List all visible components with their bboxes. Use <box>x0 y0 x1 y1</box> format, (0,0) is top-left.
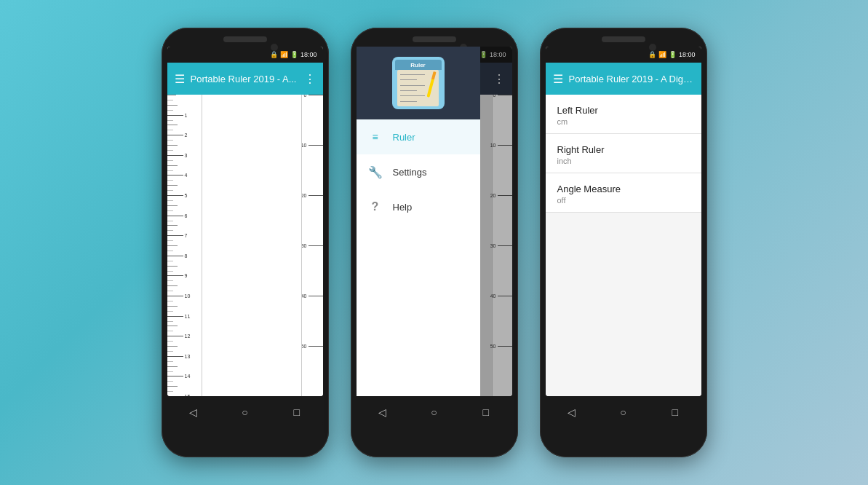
app-icon-label: Ruler <box>395 60 442 70</box>
more-icon[interactable]: ⋮ <box>304 72 316 86</box>
app-bar-1: ☰ Portable Ruler 2019 - A... ⋮ <box>167 63 323 95</box>
phone-2: 🔒 📶 🔋 18:00 ⋮ 01020304050 Ruler <box>351 28 518 457</box>
right-ruler-value: inch <box>557 157 690 165</box>
lock-icon: 🔒 <box>270 51 278 58</box>
phone-speaker-2 <box>413 36 456 42</box>
drawer-item-settings[interactable]: 🔧 Settings <box>357 154 480 189</box>
back-button-3[interactable]: ◁ <box>563 404 579 420</box>
time-3: 18:00 <box>679 51 696 58</box>
side-drawer: Ruler <box>357 47 480 396</box>
drawer-item-help[interactable]: ? Help <box>357 189 480 224</box>
ruler-nav-label: Ruler <box>393 132 415 143</box>
left-ruler-label: Left Ruler <box>557 105 690 116</box>
app-bar-3: ☰ Portable Ruler 2019 - A Digita... <box>546 63 701 95</box>
battery-icon: 🔋 <box>290 51 298 58</box>
phone-camera <box>271 44 278 51</box>
home-button[interactable]: ○ <box>236 404 252 420</box>
signal-icon-3: 📶 <box>658 51 666 58</box>
phone-3-screen: 🔒 📶 🔋 18:00 ☰ Portable Ruler 2019 - A Di… <box>546 47 701 396</box>
recent-button-2[interactable]: □ <box>478 404 494 420</box>
time: 18:00 <box>300 51 317 58</box>
back-button-2[interactable]: ◁ <box>374 404 390 420</box>
help-nav-icon: ? <box>368 200 383 214</box>
lock-icon-3: 🔒 <box>648 51 656 58</box>
app-title-1: Portable Ruler 2019 - A... <box>191 74 298 84</box>
status-bar: 🔒 📶 🔋 18:00 <box>167 47 323 63</box>
app-icon: Ruler <box>392 57 445 109</box>
angle-value: off <box>557 196 690 205</box>
help-nav-label: Help <box>393 202 413 213</box>
status-bar-3: 🔒 📶 🔋 18:00 <box>546 47 701 63</box>
nav-bar-2: ◁ ○ □ <box>357 399 512 425</box>
phone-speaker <box>223 36 267 42</box>
ruler-middle <box>202 95 301 396</box>
home-button-3[interactable]: ○ <box>615 404 631 420</box>
right-ruler-label: Right Ruler <box>557 144 690 155</box>
phone-1: 🔒 📶 🔋 18:00 ☰ Portable Ruler 2019 - A...… <box>162 28 329 457</box>
angle-label: Angle Measure <box>557 184 690 194</box>
settings-list: Left Ruler cm Right Ruler inch Angle Mea… <box>546 95 701 396</box>
back-button[interactable]: ◁ <box>185 404 201 420</box>
ruler-content: 123456789101112131415 01020304050 <box>167 95 323 396</box>
nav-bar-1: ◁ ○ □ <box>167 399 323 425</box>
phone-camera-3 <box>649 44 656 51</box>
recent-button[interactable]: □ <box>289 404 305 420</box>
phone-3: 🔒 📶 🔋 18:00 ☰ Portable Ruler 2019 - A Di… <box>540 28 707 457</box>
drawer-header: Ruler <box>357 47 480 119</box>
recent-button-3[interactable]: □ <box>667 404 683 420</box>
hamburger-icon[interactable]: ☰ <box>175 72 185 86</box>
settings-nav-label: Settings <box>393 167 427 178</box>
ruler-nav-icon: ≡ <box>368 130 383 144</box>
right-ruler: 01020304050 <box>301 95 323 396</box>
app-title-3: Portable Ruler 2019 - A Digita... <box>569 74 694 84</box>
phone-2-screen-wrap: 🔒 📶 🔋 18:00 ⋮ 01020304050 Ruler <box>357 47 512 396</box>
settings-item-left-ruler[interactable]: Left Ruler cm <box>546 95 701 134</box>
battery-icon-3: 🔋 <box>669 51 677 58</box>
app-icon-body <box>397 70 439 106</box>
left-ruler-value: cm <box>557 117 690 126</box>
settings-item-right-ruler[interactable]: Right Ruler inch <box>546 134 701 173</box>
nav-bar-3: ◁ ○ □ <box>546 399 701 425</box>
phone-speaker-3 <box>602 36 645 42</box>
hamburger-icon-3[interactable]: ☰ <box>553 72 563 86</box>
left-ruler: 123456789101112131415 <box>167 95 202 396</box>
settings-item-angle[interactable]: Angle Measure off <box>546 173 701 213</box>
phone-1-screen: 🔒 📶 🔋 18:00 ☰ Portable Ruler 2019 - A...… <box>167 47 323 396</box>
home-button-2[interactable]: ○ <box>426 404 442 420</box>
settings-nav-icon: 🔧 <box>368 165 383 179</box>
drawer-item-ruler[interactable]: ≡ Ruler <box>357 119 480 154</box>
signal-icon: 📶 <box>280 51 288 58</box>
